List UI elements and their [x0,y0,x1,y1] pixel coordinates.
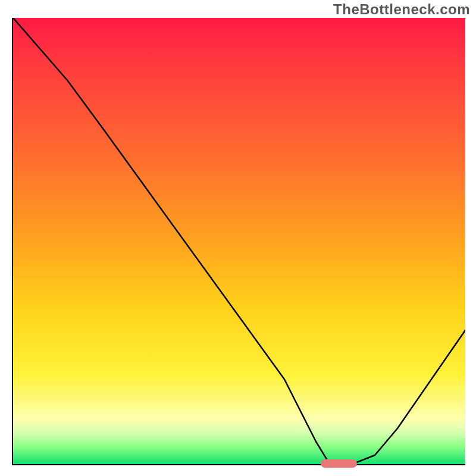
background-gradient [13,18,465,464]
plot-area [12,18,465,465]
chart-canvas: TheBottleneck.com [0,0,476,476]
optimal-range-marker [321,459,357,468]
watermark-text: TheBottleneck.com [333,1,470,18]
